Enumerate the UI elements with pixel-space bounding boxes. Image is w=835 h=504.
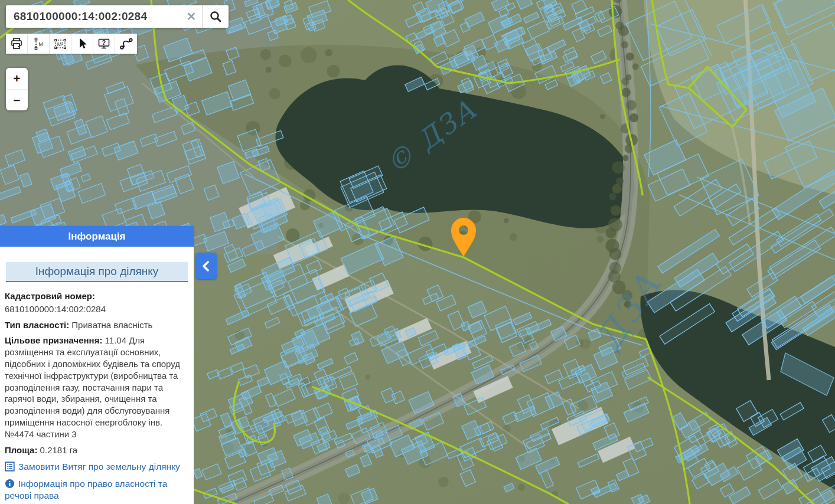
measure-area-icon: M² xyxy=(53,37,67,51)
svg-text:?: ? xyxy=(102,39,106,46)
search-input[interactable] xyxy=(6,5,181,28)
svg-text:i: i xyxy=(8,480,11,488)
zoom-out-button[interactable]: − xyxy=(6,89,28,110)
parcel-link[interactable]: Замовити Витяг про земельну ділянку xyxy=(5,461,189,473)
chevron-left-icon xyxy=(200,259,212,273)
search-icon xyxy=(209,10,222,23)
svg-text:M²: M² xyxy=(57,41,64,47)
parcel-fields: Кадастровий номер:6810100000:14:002:0284… xyxy=(5,290,189,456)
search-bar: ✕ xyxy=(6,5,229,28)
field-label: Тип власності: xyxy=(5,320,69,330)
parcel-field: Тип власності: Приватна власність xyxy=(5,319,189,331)
svg-text:M: M xyxy=(39,41,44,47)
tab-parcel-info[interactable]: Інформація про ділянку xyxy=(6,262,188,282)
parcel-field: Площа: 0.2181 га xyxy=(5,444,189,456)
help-screen-icon: ? xyxy=(97,37,111,51)
info-icon: i xyxy=(5,479,15,489)
field-value: 6810100000:14:002:0284 xyxy=(5,304,106,314)
zoom-in-button[interactable]: + xyxy=(6,68,28,89)
parcel-field: Кадастровий номер:6810100000:14:002:0284 xyxy=(5,290,189,315)
measure-area-button[interactable]: M² xyxy=(50,34,71,54)
field-label: Площа: xyxy=(5,445,37,455)
panel-title: Інформація xyxy=(0,226,194,247)
cadastral-map-app: © ДЗА ДЗА ✕ M xyxy=(0,0,835,504)
document-list-icon xyxy=(5,462,15,472)
measure-distance-icon: M xyxy=(31,37,45,51)
zoom-control: + − xyxy=(6,68,28,110)
field-value: Приватна власність xyxy=(69,320,152,330)
clear-search-button[interactable]: ✕ xyxy=(181,5,202,28)
map-toolbar: M M² ? xyxy=(6,34,137,54)
help-button[interactable]: ? xyxy=(93,34,115,54)
search-button[interactable] xyxy=(203,5,229,28)
select-cursor-button[interactable] xyxy=(71,34,93,54)
link-text: Замовити Витяг про земельну ділянку xyxy=(18,462,180,472)
field-value: 11.04 Для розміщення та експлуатації осн… xyxy=(5,335,180,438)
link-text: Інформація про право власності та речові… xyxy=(5,479,167,500)
measure-distance-button[interactable]: M xyxy=(28,34,50,54)
field-label: Цільове призначення: xyxy=(5,335,102,345)
field-value: 0.2181 га xyxy=(37,445,77,455)
panel-collapse-button[interactable] xyxy=(195,253,217,279)
info-panel: Інформація про ділянку Кадастровий номер… xyxy=(0,247,194,504)
parcel-field: Цільове призначення: 11.04 Для розміщенн… xyxy=(5,335,189,440)
field-label: Кадастровий номер: xyxy=(5,290,189,302)
parcel-links: Замовити Витяг про земельну ділянкуiІнфо… xyxy=(5,461,189,504)
parcel-link[interactable]: iІнформація про право власності та речов… xyxy=(5,478,189,502)
route-button[interactable] xyxy=(115,34,137,54)
route-icon xyxy=(119,37,133,51)
print-icon xyxy=(9,37,24,51)
print-button[interactable] xyxy=(6,34,28,54)
cursor-icon xyxy=(75,37,89,51)
